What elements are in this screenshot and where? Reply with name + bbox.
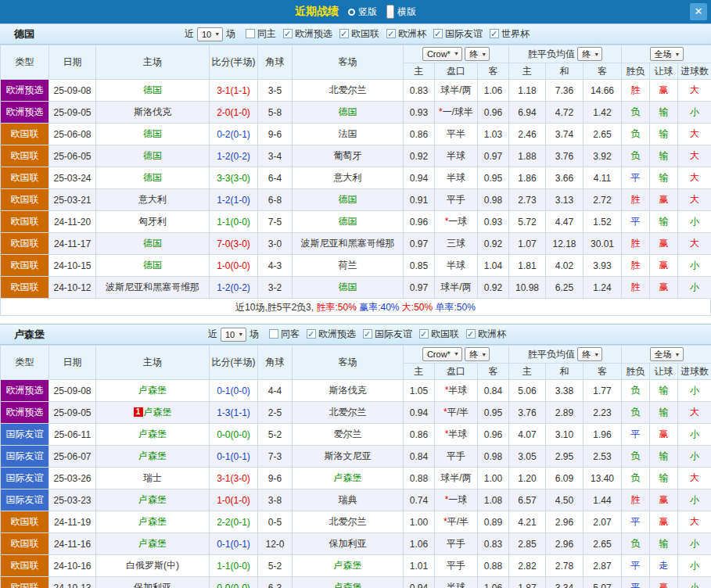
summary-part: 大:50%: [400, 302, 433, 313]
score-halftime: 1-1(0-0): [210, 211, 258, 233]
result-goals: 小: [678, 380, 711, 402]
bookmaker-select[interactable]: Crow*▼: [422, 347, 462, 361]
handicap: 平手: [435, 446, 478, 468]
filter-option-同主[interactable]: 同主: [246, 27, 276, 41]
score-halftime: 0-0(0-0): [210, 424, 258, 446]
avg-win: 2.46: [509, 124, 546, 145]
match-count-select[interactable]: 10▼: [221, 328, 246, 342]
away-odds: 1.06: [478, 80, 509, 102]
summary-part: 近10场,胜5平2负3,: [235, 302, 316, 313]
avg-stage-select[interactable]: 终▼: [577, 47, 602, 61]
layout-radio-vertical[interactable]: 竖版: [348, 5, 377, 19]
checkbox-icon[interactable]: [433, 29, 443, 38]
radio-selected-icon[interactable]: [386, 5, 394, 19]
avg-draw: 3.38: [546, 380, 584, 402]
avg-stage-select[interactable]: 终▼: [577, 347, 602, 361]
close-button[interactable]: ✕: [690, 3, 707, 20]
result-outcome: 平: [622, 211, 650, 233]
home-team: 波斯尼亚和黑塞哥维那: [96, 277, 210, 299]
away-team: 葡萄牙: [293, 145, 404, 167]
avg-draw: 3.76: [546, 145, 584, 167]
home-odds: 0.92: [404, 145, 435, 167]
home-team-name: 白俄罗斯(中): [126, 560, 179, 571]
panel-title: 近期战绩: [295, 5, 339, 19]
avg-win: 1.87: [509, 577, 546, 588]
result-outcome: 胜: [622, 277, 650, 299]
handicap: 半球: [435, 145, 478, 167]
match-date: 24-10-12: [49, 277, 96, 299]
away-team: 卢森堡: [293, 555, 404, 577]
result-outcome: 负: [622, 468, 650, 489]
checkbox-icon[interactable]: [283, 29, 293, 38]
filter-option-欧洲杯[interactable]: 欧洲杯: [466, 328, 506, 341]
away-odds: 0.84: [478, 380, 509, 402]
filter-label: 国际友谊: [445, 27, 483, 41]
match-date: 24-10-16: [49, 555, 96, 577]
home-odds: 0.84: [404, 446, 435, 468]
odds-stage-select[interactable]: 终▼: [465, 47, 490, 61]
handicap: *一球: [435, 211, 478, 233]
filter-option-国际友谊[interactable]: 国际友谊: [433, 27, 483, 41]
away-team-name: 北爱尔兰: [329, 84, 367, 95]
home-odds: 0.94: [404, 577, 435, 588]
score-halftime: 1-2(1-0): [210, 189, 258, 211]
filter-option-欧洲预选[interactable]: 欧洲预选: [307, 328, 356, 341]
handicap: 球半/两: [435, 277, 478, 299]
layout-radio-horizontal[interactable]: 横版: [386, 5, 416, 19]
match-count-select[interactable]: 10▼: [197, 27, 223, 41]
avg-draw: 6.25: [546, 277, 584, 299]
odds-stage-select[interactable]: 终▼: [465, 347, 490, 361]
filter-option-欧洲杯[interactable]: 欧洲杯: [386, 27, 426, 41]
scope-select[interactable]: 全场▼: [650, 47, 684, 61]
result-goals: 大: [678, 80, 711, 102]
handicap: 球半/两: [435, 468, 478, 489]
subcol-odds-away: 客: [478, 364, 509, 380]
result-outcome: 负: [622, 145, 650, 167]
avg-group-header: 胜平负均值 终▼: [509, 45, 622, 63]
bookmaker-select[interactable]: Crow*▼: [422, 47, 462, 61]
subcol-handicap: 盘口: [435, 364, 478, 380]
competition-type: 欧国联: [1, 233, 49, 255]
checkbox-icon[interactable]: [419, 329, 429, 339]
away-odds: 0.95: [478, 167, 509, 189]
result-outcome: 负: [622, 533, 650, 555]
subcol-handicap-result: 让球: [650, 364, 678, 380]
competition-type: 欧国联: [1, 255, 49, 277]
away-team: 斯洛伐克: [293, 380, 404, 402]
filter-option-世界杯[interactable]: 世界杯: [490, 27, 530, 41]
checkbox-icon[interactable]: [269, 329, 278, 339]
filter-option-欧国联[interactable]: 欧国联: [419, 328, 459, 341]
checkbox-icon[interactable]: [490, 29, 499, 38]
filter-option-同客[interactable]: 同客: [269, 328, 300, 341]
home-odds: 0.83: [404, 80, 435, 102]
corners: 5-2: [258, 555, 293, 577]
filter-option-国际友谊[interactable]: 国际友谊: [363, 328, 412, 341]
scope-select[interactable]: 全场▼: [650, 347, 684, 361]
home-team: 德国: [96, 233, 210, 255]
checkbox-icon[interactable]: [246, 29, 255, 38]
checkbox-icon[interactable]: [307, 329, 316, 339]
red-card-badge: 1: [134, 407, 143, 417]
corners: 9-6: [258, 468, 293, 489]
results-table: 类型 日期 主场 比分(半场) 角球 客场 Crow*▼ 终▼ 胜平负均值 终▼: [0, 45, 711, 299]
avg-lose: 3.93: [584, 255, 622, 277]
away-odds: 0.92: [478, 233, 509, 255]
corners: 5-2: [258, 424, 293, 446]
filter-option-欧洲预选[interactable]: 欧洲预选: [283, 27, 332, 41]
checkbox-icon[interactable]: [386, 29, 396, 38]
subcol-avg-draw: 和: [546, 63, 584, 80]
checkbox-icon[interactable]: [339, 29, 349, 38]
filter-unit-label: 场: [226, 27, 235, 41]
filter-option-欧国联[interactable]: 欧国联: [339, 27, 379, 41]
checkbox-icon[interactable]: [466, 329, 476, 339]
home-team: 保加利亚: [96, 577, 210, 588]
away-odds: 0.96: [478, 102, 509, 124]
checkbox-icon[interactable]: [363, 329, 372, 339]
result-goals: 小: [678, 489, 711, 511]
home-team: 白俄罗斯(中): [96, 555, 210, 577]
radio-icon[interactable]: [348, 9, 355, 16]
filter-near-label: 近: [208, 328, 217, 341]
away-odds: 1.04: [478, 255, 509, 277]
result-handicap: 赢: [650, 489, 678, 511]
avg-draw: 4.02: [546, 255, 584, 277]
